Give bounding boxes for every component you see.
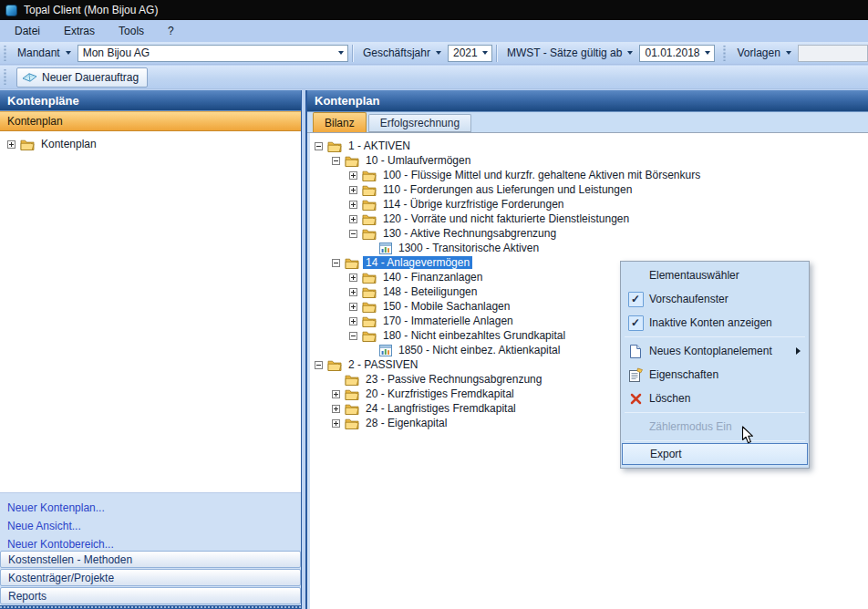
mwst-combo-arrow[interactable] bbox=[701, 46, 714, 61]
mandant-combo-arrow[interactable] bbox=[335, 46, 347, 61]
tree-node-label[interactable]: 1 - AKTIVEN bbox=[346, 139, 413, 152]
mwst-combobox[interactable]: 01.01.2018 bbox=[639, 45, 715, 62]
menu-item-zählermodus-ein: Zählermodus Ein bbox=[622, 415, 808, 439]
expand-plus-icon[interactable] bbox=[349, 215, 357, 223]
tree-node-label[interactable]: 23 - Passive Rechnungsabgrenzung bbox=[363, 373, 544, 386]
expand-plus-icon[interactable] bbox=[332, 419, 340, 428]
book-icon bbox=[22, 71, 37, 84]
tree-node-label[interactable]: 24 - Langfristiges Fremdkapital bbox=[363, 402, 519, 415]
geschaeftsjahr-dropdown-button[interactable]: Geschäftsjahr bbox=[356, 44, 448, 63]
tree-node-label[interactable]: 28 - Eigenkapital bbox=[363, 417, 450, 429]
section-bar-kostenträger-projekte[interactable]: Kostenträger/Projekte bbox=[0, 569, 301, 586]
geschaeftsjahr-combo-arrow[interactable] bbox=[479, 46, 491, 61]
collapse-minus-icon[interactable] bbox=[315, 142, 323, 150]
collapse-minus-icon[interactable] bbox=[349, 230, 357, 238]
new-document-icon bbox=[629, 344, 642, 359]
expand-plus-icon[interactable] bbox=[7, 140, 16, 149]
tab-bilanz[interactable]: Bilanz bbox=[313, 112, 367, 132]
menu-item-export[interactable]: Export bbox=[622, 443, 808, 465]
tree-node-label[interactable]: 1300 - Transitorische Aktiven bbox=[396, 242, 542, 254]
tree-node-label[interactable]: 140 - Finanzanlagen bbox=[380, 271, 485, 284]
menu-item-löschen[interactable]: Löschen bbox=[622, 387, 808, 410]
mandant-dropdown-button[interactable]: Mandant bbox=[11, 44, 78, 63]
menu-item-tools[interactable]: Tools bbox=[107, 25, 156, 37]
collapse-minus-icon[interactable] bbox=[315, 361, 323, 369]
tree-node-label[interactable]: 1850 - Nicht einbez. Aktienkapital bbox=[396, 344, 563, 356]
folder-icon-wrap bbox=[362, 213, 377, 225]
tree-node-label[interactable]: Kontenplan bbox=[38, 138, 99, 150]
geschaeftsjahr-combobox[interactable]: 2021 bbox=[448, 45, 492, 62]
mwst-label: MWST - Sätze gültig ab bbox=[507, 46, 623, 59]
expander-slot bbox=[332, 419, 344, 428]
tree-node-label[interactable]: 148 - Beteiligungen bbox=[380, 285, 480, 298]
menu-item-elementauswähler[interactable]: Elementauswähler bbox=[622, 263, 808, 287]
neuer-dauerauftrag-button[interactable]: Neuer Dauerauftrag bbox=[16, 67, 148, 88]
menu-item-vorschaufenster[interactable]: ✓Vorschaufenster bbox=[622, 287, 808, 311]
collapse-minus-icon[interactable] bbox=[349, 332, 357, 340]
expand-plus-icon[interactable] bbox=[349, 186, 357, 194]
expand-plus-icon[interactable] bbox=[349, 288, 357, 296]
tree-node-label[interactable]: 14 - Anlagevermögen bbox=[363, 256, 472, 269]
left-panel-title: Kontenpläne bbox=[7, 94, 79, 108]
tree-node-label[interactable]: 150 - Mobile Sachanlagen bbox=[380, 300, 512, 313]
menu-separator bbox=[625, 336, 805, 337]
tree-node-label[interactable]: 100 - Flüssige Mittel und kurzfr. gehalt… bbox=[380, 169, 703, 181]
tree-node-label[interactable]: 10 - Umlaufvermögen bbox=[363, 154, 473, 167]
mandant-combobox[interactable]: Mon Bijou AG bbox=[78, 45, 348, 62]
tree-node-label[interactable]: 114 - Übrige kurzfristige Forderungen bbox=[380, 198, 567, 211]
link-neuer-kontenplan[interactable]: Neuer Kontenplan... bbox=[7, 499, 301, 517]
menu-item-icon-slot: ✓ bbox=[622, 292, 649, 307]
folder-icon-wrap bbox=[362, 330, 377, 342]
collapse-minus-icon[interactable] bbox=[332, 157, 340, 165]
menu-separator bbox=[625, 412, 805, 413]
folder-icon bbox=[362, 184, 377, 196]
expand-plus-icon[interactable] bbox=[349, 201, 357, 209]
toolbar-grip[interactable] bbox=[3, 46, 7, 61]
tab-erfolgsrechnung[interactable]: Erfolgsrechnung bbox=[368, 114, 471, 132]
tree-node-label[interactable]: 130 - Aktive Rechnungsabgrenzung bbox=[380, 227, 559, 240]
toolbar-grip[interactable] bbox=[722, 46, 727, 61]
menu-item--[interactable]: ? bbox=[156, 25, 186, 37]
chevron-down-icon bbox=[786, 51, 791, 55]
expander-slot bbox=[349, 201, 361, 209]
folder-icon-wrap bbox=[20, 139, 35, 150]
link-neue-ansicht[interactable]: Neue Ansicht... bbox=[7, 517, 301, 535]
expand-plus-icon[interactable] bbox=[332, 390, 340, 398]
expand-plus-icon[interactable] bbox=[349, 317, 357, 325]
left-panel: Kontenpläne Kontenplan Kontenplan Neuer … bbox=[0, 90, 302, 609]
section-bar-reports[interactable]: Reports bbox=[0, 587, 301, 604]
folder-icon-wrap bbox=[362, 184, 377, 196]
expander-slot bbox=[349, 317, 361, 325]
collapse-minus-icon[interactable] bbox=[332, 259, 340, 267]
expand-plus-icon[interactable] bbox=[349, 274, 357, 282]
menu-item-neues-kontoplanelement[interactable]: Neues Kontoplanelement bbox=[622, 339, 808, 363]
menu-item-extras[interactable]: Extras bbox=[52, 25, 107, 37]
menu-item-eigenschaften[interactable]: Eigenschaften bbox=[622, 363, 808, 387]
section-bar-kostenstellen-methoden[interactable]: Kostenstellen - Methoden bbox=[0, 551, 301, 568]
panel-resize-grip[interactable] bbox=[0, 605, 301, 609]
vorlagen-field[interactable] bbox=[798, 45, 868, 62]
tree-node-label[interactable]: 170 - Immaterielle Anlagen bbox=[380, 315, 516, 327]
view-item-kontenplan[interactable]: Kontenplan bbox=[0, 111, 301, 131]
folder-icon-wrap bbox=[345, 374, 359, 386]
tree-node-label[interactable]: 120 - Vorräte und nicht fakturierte Dien… bbox=[380, 212, 632, 225]
tree-row: 130 - Aktive Rechnungsabgrenzung bbox=[307, 226, 868, 241]
folder-icon bbox=[345, 403, 359, 415]
vorlagen-dropdown-button[interactable]: Vorlagen bbox=[730, 44, 797, 63]
mandant-value: Mon Bijou AG bbox=[78, 46, 335, 59]
menu-item-datei[interactable]: Datei bbox=[3, 25, 52, 37]
expand-plus-icon[interactable] bbox=[332, 405, 340, 413]
expand-plus-icon[interactable] bbox=[349, 171, 357, 180]
folder-icon bbox=[345, 257, 359, 269]
delete-cross-icon bbox=[630, 393, 642, 405]
folder-icon bbox=[327, 359, 342, 371]
menu-item-inaktive-konten-anzeigen[interactable]: ✓Inaktive Konten anzeigen bbox=[622, 311, 808, 335]
tree-node-label[interactable]: 180 - Nicht einbezahltes Grundkapital bbox=[380, 329, 568, 342]
expand-plus-icon[interactable] bbox=[349, 303, 357, 311]
tree-node-label[interactable]: 110 - Forderungen aus Lieferungen und Le… bbox=[380, 183, 635, 196]
tree-node-label[interactable]: 2 - PASSIVEN bbox=[346, 358, 420, 371]
mwst-dropdown-button[interactable]: MWST - Sätze gültig ab bbox=[501, 44, 640, 63]
toolbar-grip[interactable] bbox=[3, 69, 7, 85]
tree-node-label[interactable]: 20 - Kurzfristiges Fremdkapital bbox=[363, 387, 517, 400]
account-chart-icon-wrap bbox=[379, 243, 392, 254]
